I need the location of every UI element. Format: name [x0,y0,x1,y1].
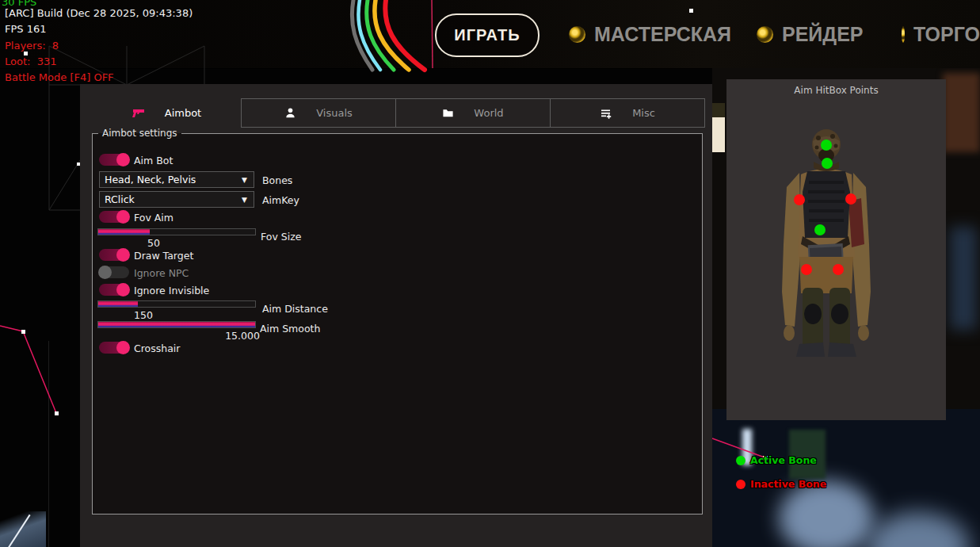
tab-label: Visuals [316,107,353,119]
hud-fps: FPS 161 [5,23,47,35]
slider-fill [98,301,138,307]
bones-dropdown-value: Head, Neck, Pelvis [105,174,196,186]
nav-item-traders[interactable]: ТОРГО [902,23,980,46]
building-edge [48,341,49,547]
legend-label: Active Bone [750,454,817,466]
ignore-npc-toggle[interactable] [99,266,129,278]
toggle-knob [116,283,130,296]
tab-aimbot[interactable]: Aimbot [92,98,242,128]
tab-label: Misc [632,107,655,119]
toggle-knob [116,210,130,224]
tab-misc[interactable]: Misc [550,98,705,128]
crosshair-label: Crosshair [134,342,180,354]
aim-bot-toggle[interactable] [99,154,129,166]
fov-aim-label: Fov Aim [134,212,174,224]
legend-active-bone: Active Bone [736,454,817,466]
hud-loot-count: Loot: 331 [5,55,56,67]
tab-label: Aimbot [165,107,201,119]
toggle-knob [116,341,130,354]
fov-size-slider[interactable] [97,228,256,235]
tab-label: World [474,107,503,119]
hud-players-count: Players: 8 [5,40,59,52]
aimkey-dropdown-value: RClick [105,193,135,205]
olive-shape [712,103,725,117]
aim-smooth-value: 15.000 [225,330,260,342]
group-title: Aimbot settings [98,128,181,139]
cheat-menu-window: Aimbot Visuals World [80,84,712,547]
nav-item-raider[interactable]: РЕЙДЕР [757,23,863,46]
fov-size-label: Fov Size [261,231,301,243]
legend-inactive-bone: Inactive Bone [736,478,826,490]
ignore-invisible-toggle[interactable] [99,284,129,296]
hitbox-points-layer [726,79,946,420]
aim-distance-label: Aim Distance [262,303,328,315]
ignore-invisible-label: Ignore Invisible [134,285,209,296]
gold-coin-icon [757,26,773,43]
aim-bot-label: Aim Bot [134,155,173,166]
toggle-knob [98,266,112,279]
crosshair-toggle[interactable] [99,342,129,354]
fov-size-value: 50 [147,237,160,249]
aim-smooth-slider[interactable] [97,321,256,328]
bones-label: Bones [262,174,292,186]
rock-texture [943,73,980,152]
aim-distance-value: 150 [134,309,153,321]
hitbox-panel: Aim HitBox Points [726,79,946,420]
blue-blob [950,227,977,330]
hud-overlay: 30 FPS [ARC] Build (Dec 28 2025, 09:43:3… [0,0,13,95]
play-button[interactable]: ИГРАТЬ [435,13,540,57]
tab-visuals[interactable]: Visuals [241,98,396,128]
paper-note [712,117,725,152]
ignore-npc-label: Ignore NPC [134,267,189,279]
aimkey-label: AimKey [262,194,299,206]
hud-battle-mode: Battle Mode [F4] OFF [5,71,114,83]
fov-aim-toggle[interactable] [99,211,129,223]
legend-label: Inactive Bone [750,478,826,490]
hitbox-point-pelvis [814,224,826,235]
nav-item-label: РЕЙДЕР [782,23,863,46]
slider-fill [98,229,150,235]
gold-coin-icon [902,26,905,43]
toggle-knob [116,248,130,262]
hitbox-point-left-shoulder [794,194,805,205]
playlist-add-icon [600,107,612,120]
inactive-bone-dot-icon [736,480,745,489]
nav-item-label: ТОРГО [913,23,980,46]
hitbox-point-right-shoulder [845,193,856,205]
hitbox-point-left-hip [801,264,812,275]
chevron-down-icon: ▼ [242,176,247,184]
person-icon [284,107,296,119]
nav-item-label: МАСТЕРСКАЯ [594,23,731,46]
menu-tab-bar: Aimbot Visuals World [92,98,705,128]
pistol-icon [132,107,145,120]
aim-distance-slider[interactable] [97,300,256,308]
active-bone-dot-icon [736,456,745,465]
hitbox-point-right-hip [833,264,844,275]
chevron-down-icon: ▼ [242,196,247,204]
aimkey-dropdown[interactable]: RClick ▼ [99,191,254,208]
tab-world[interactable]: World [395,98,551,128]
bones-dropdown[interactable]: Head, Neck, Pelvis ▼ [99,171,254,188]
folder-icon [442,107,454,119]
light-blob [779,480,874,547]
game-screen: 30 FPS [ARC] Build (Dec 28 2025, 09:43:3… [0,0,980,547]
gold-coin-icon [569,26,585,43]
hud-build-info: [ARC] Build (Dec 28 2025, 09:43:38) [5,7,193,19]
draw-target-label: Draw Target [134,250,193,262]
corner-structure [0,511,46,547]
aim-smooth-label: Aim Smooth [260,323,320,335]
hitbox-point-head [821,140,832,151]
draw-target-toggle[interactable] [99,249,129,261]
nav-item-workshop[interactable]: МАСТЕРСКАЯ [569,23,731,46]
hitbox-point-neck [822,158,833,169]
toggle-knob [116,153,130,166]
aimbot-settings-group: Aimbot settings Aim Bot Head, Neck, Pelv… [92,133,703,514]
slider-fill [98,322,255,327]
